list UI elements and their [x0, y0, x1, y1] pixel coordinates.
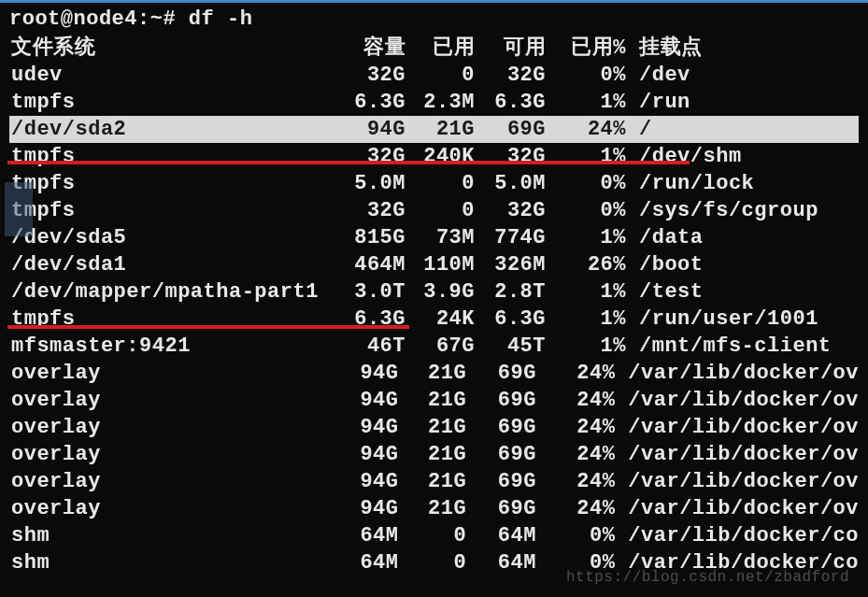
cell-size: 32G: [334, 62, 406, 89]
cell-avail: 774G: [475, 224, 546, 251]
cell-size: 3.0T: [334, 278, 406, 306]
table-row: shm64M064M0%/var/lib/docker/co: [9, 522, 859, 549]
cell-mount: /boot: [626, 251, 704, 278]
table-row: overlay94G21G69G24%/var/lib/docker/ov: [9, 360, 859, 387]
cell-avail: 32G: [475, 62, 546, 89]
cell-avail: 326M: [475, 251, 546, 278]
header-filesystem: 文件系统: [9, 35, 334, 62]
annotation-underline-1: [7, 161, 690, 164]
table-row: mfsmaster:942146T67G45T1%/mnt/mfs-client: [9, 333, 859, 360]
cell-used: 21G: [399, 468, 467, 495]
cell-mount: /dev/shm: [626, 143, 742, 170]
cell-filesystem: overlay: [9, 441, 329, 468]
cell-use-pct: 1%: [546, 224, 626, 251]
header-avail: 可用: [475, 35, 546, 62]
cell-use-pct: 24%: [536, 441, 615, 468]
cell-avail: 69G: [466, 495, 536, 522]
cell-avail: 6.3G: [475, 306, 546, 333]
cell-use-pct: 0%: [546, 170, 626, 197]
cell-filesystem: tmpfs: [9, 197, 334, 224]
cell-used: 21G: [399, 360, 467, 387]
cell-mount: /dev: [626, 62, 690, 89]
cell-use-pct: 1%: [546, 89, 626, 116]
window-top-border: [0, 0, 868, 3]
df-output-body: udev32G032G0%/devtmpfs6.3G2.3M6.3G1%/run…: [9, 62, 859, 576]
cell-size: 815G: [334, 224, 406, 251]
cell-used: 0: [406, 62, 475, 89]
cell-filesystem: /dev/sda1: [9, 251, 334, 278]
cell-filesystem: /dev/sda5: [9, 224, 334, 251]
cell-avail: 32G: [475, 143, 546, 170]
header-mounted: 挂载点: [626, 35, 703, 62]
cell-avail: 5.0M: [475, 170, 546, 197]
cell-use-pct: 24%: [536, 414, 615, 441]
cell-use-pct: 26%: [546, 251, 626, 278]
cell-filesystem: udev: [9, 62, 334, 89]
cell-mount: /run/lock: [626, 170, 754, 197]
cell-use-pct: 24%: [536, 360, 615, 387]
cell-use-pct: 1%: [546, 333, 626, 360]
cell-used: 24K: [406, 306, 475, 333]
cell-use-pct: 0%: [546, 62, 626, 89]
shell-prompt[interactable]: root@node4:~# df -h: [9, 7, 859, 31]
cell-use-pct: 24%: [536, 468, 615, 495]
cell-used: 0: [399, 522, 467, 549]
cell-used: 21G: [406, 116, 475, 143]
table-row: overlay94G21G69G24%/var/lib/docker/ov: [9, 414, 859, 441]
table-row: /dev/sda5815G73M774G1%/data: [9, 224, 859, 251]
cell-filesystem: overlay: [9, 414, 329, 441]
cell-avail: 6.3G: [475, 89, 546, 116]
cell-avail: 2.8T: [475, 278, 546, 306]
cell-filesystem: overlay: [9, 468, 329, 495]
cell-avail: 32G: [475, 197, 546, 224]
cell-size: 6.3G: [334, 89, 406, 116]
cell-used: 2.3M: [406, 89, 475, 116]
cell-avail: 69G: [466, 468, 536, 495]
cell-size: 5.0M: [334, 170, 406, 197]
header-use-pct: 已用%: [546, 35, 626, 62]
cell-filesystem: shm: [9, 549, 329, 576]
cell-use-pct: 0%: [546, 197, 626, 224]
cell-size: 64M: [329, 549, 399, 576]
table-row: overlay94G21G69G24%/var/lib/docker/ov: [9, 441, 859, 468]
cell-size: 94G: [329, 360, 399, 387]
cell-filesystem: tmpfs: [9, 89, 334, 116]
cell-size: 464M: [334, 251, 406, 278]
cell-use-pct: 1%: [546, 306, 626, 333]
cell-mount: /mnt/mfs-client: [626, 333, 832, 360]
cell-mount: /var/lib/docker/ov: [615, 360, 859, 387]
watermark-text: https://blog.csdn.net/zbadford: [566, 569, 849, 586]
header-size: 容量: [334, 35, 406, 62]
cell-used: 21G: [399, 441, 467, 468]
window-overlap-artifact: [5, 182, 33, 236]
table-row: /dev/sda294G21G69G24%/: [9, 116, 859, 143]
cell-size: 46T: [334, 333, 406, 360]
cell-avail: 64M: [466, 549, 536, 576]
table-row: overlay94G21G69G24%/var/lib/docker/ov: [9, 495, 859, 522]
cell-used: 0: [399, 549, 467, 576]
cell-size: 94G: [334, 116, 406, 143]
table-row: /dev/sda1464M110M326M26%/boot: [9, 251, 859, 278]
table-header-row: 文件系统 容量 已用 可用 已用% 挂载点: [9, 35, 859, 62]
cell-use-pct: 1%: [546, 143, 626, 170]
cell-filesystem: /dev/sda2: [9, 116, 334, 143]
cell-size: 94G: [329, 468, 399, 495]
cell-used: 73M: [406, 224, 475, 251]
cell-mount: /test: [626, 278, 704, 306]
table-row: /dev/mapper/mpatha-part13.0T3.9G2.8T1%/t…: [9, 278, 859, 306]
cell-use-pct: 24%: [536, 495, 615, 522]
cell-used: 110M: [406, 251, 475, 278]
cell-used: 67G: [406, 333, 475, 360]
cell-used: 21G: [399, 387, 467, 414]
cell-use-pct: 24%: [536, 387, 615, 414]
cell-filesystem: /dev/mapper/mpatha-part1: [9, 278, 334, 306]
cell-avail: 45T: [475, 333, 546, 360]
cell-size: 64M: [329, 522, 399, 549]
table-row: overlay94G21G69G24%/var/lib/docker/ov: [9, 387, 859, 414]
cell-size: 32G: [334, 143, 406, 170]
table-row: tmpfs32G240K32G1%/dev/shm: [9, 143, 859, 170]
cell-avail: 69G: [466, 414, 536, 441]
cell-mount: /var/lib/docker/ov: [615, 495, 859, 522]
cell-size: 94G: [329, 387, 399, 414]
cell-used: 0: [406, 170, 475, 197]
